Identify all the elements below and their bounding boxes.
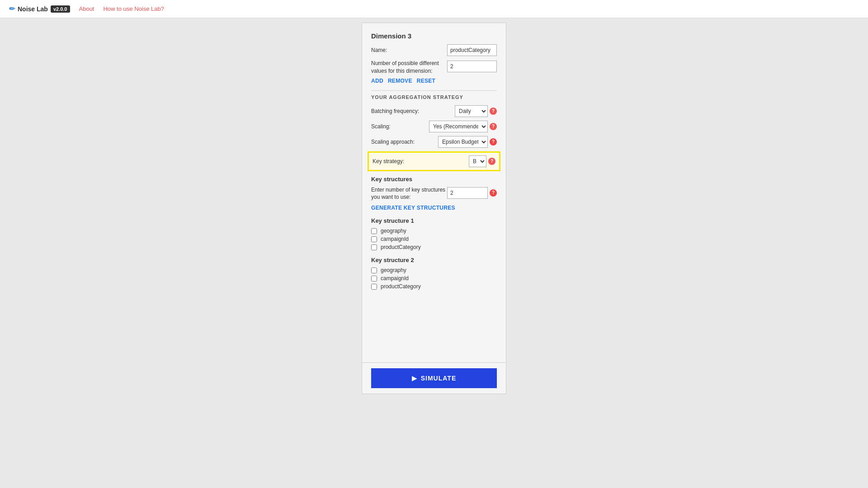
key-structure-1: Key structure 1 geography campaignId pro… — [371, 217, 497, 250]
scaling-approach-help-icon[interactable]: ? — [490, 138, 497, 145]
key-structures-title: Key structures — [371, 176, 497, 183]
ks2-geography-checkbox[interactable] — [371, 267, 377, 273]
num-values-field-row: Number of possible different values for … — [371, 60, 497, 75]
ks2-geography-label: geography — [381, 267, 406, 273]
ks1-productcategory-row: productCategory — [371, 244, 497, 250]
batching-select-wrapper: Daily Weekly Monthly ? — [455, 105, 497, 117]
key-strategy-help-icon[interactable]: ? — [488, 158, 495, 165]
dimension3-title: Dimension 3 — [371, 32, 497, 40]
dimension-actions: ADD REMOVE RESET — [371, 78, 497, 84]
ks1-geography-checkbox[interactable] — [371, 228, 377, 234]
batching-label: Batching frequency: — [371, 108, 455, 114]
ks2-geography-row: geography — [371, 267, 497, 273]
about-link[interactable]: About — [79, 5, 94, 12]
ks1-productcategory-checkbox[interactable] — [371, 244, 377, 250]
add-link[interactable]: ADD — [371, 78, 383, 84]
dimension3-section: Dimension 3 Name: Number of possible dif… — [362, 28, 506, 341]
logo: ✏ Noise Lab v2.0.0 — [9, 5, 70, 13]
scaling-field: Scaling: Yes (Recommended) No ? — [371, 121, 497, 132]
scaling-approach-select[interactable]: Epsilon Budget Split Other — [438, 136, 488, 148]
scaling-approach-select-wrapper: Epsilon Budget Split Other ? — [438, 136, 497, 148]
simulate-label: SIMULATE — [421, 375, 457, 382]
nav-links: About How to use Noise Lab? — [79, 5, 164, 12]
version-badge: v2.0.0 — [51, 5, 70, 13]
scaling-approach-label: Scaling approach: — [371, 139, 438, 145]
batching-select[interactable]: Daily Weekly Monthly — [455, 105, 488, 117]
key-structure-2-title: Key structure 2 — [371, 257, 497, 263]
simulate-bar: ▶ SIMULATE — [362, 362, 506, 394]
ks1-productcategory-label: productCategory — [381, 244, 421, 250]
batching-help-icon[interactable]: ? — [490, 108, 497, 115]
ks2-campaignid-label: campaignId — [381, 275, 409, 282]
reset-link[interactable]: RESET — [417, 78, 436, 84]
simulate-button[interactable]: ▶ SIMULATE — [371, 368, 497, 388]
key-structure-2: Key structure 2 geography campaignId pro… — [371, 257, 497, 290]
play-icon: ▶ — [412, 375, 417, 382]
scaling-approach-field: Scaling approach: Epsilon Budget Split O… — [371, 136, 497, 148]
divider — [371, 90, 497, 91]
ks2-campaignid-checkbox[interactable] — [371, 276, 377, 282]
num-structures-label: Enter number of key structures you want … — [371, 186, 447, 202]
batching-field: Batching frequency: Daily Weekly Monthly… — [371, 105, 497, 117]
name-field-row: Name: — [371, 44, 497, 56]
ks1-geography-label: geography — [381, 228, 406, 234]
num-structures-row: Enter number of key structures you want … — [371, 186, 497, 202]
ks2-productcategory-row: productCategory — [371, 283, 497, 290]
scaling-label: Scaling: — [371, 123, 429, 130]
num-structures-input[interactable] — [447, 187, 488, 199]
scaling-select-wrapper: Yes (Recommended) No ? — [429, 121, 497, 132]
key-strategy-select[interactable]: A B C — [469, 155, 486, 167]
config-panel: Dimension 3 Name: Number of possible dif… — [362, 23, 506, 394]
main-container: Dimension 3 Name: Number of possible dif… — [0, 18, 868, 488]
key-strategy-label: Key strategy: — [373, 158, 469, 164]
aggregation-title: YOUR AGGREGATION STRATEGY — [371, 94, 497, 100]
scroll-area[interactable]: Dimension 3 Name: Number of possible dif… — [362, 23, 506, 394]
key-strategy-select-wrapper: A B C ? — [469, 155, 495, 167]
key-strategy-row: Key strategy: A B C ? — [368, 151, 500, 171]
key-strategy-container: Key strategy: A B C ? 3. — [371, 151, 497, 171]
logo-text: Noise Lab — [18, 5, 48, 13]
num-values-label: Number of possible different values for … — [371, 60, 447, 75]
num-values-input[interactable] — [447, 61, 497, 72]
ks2-campaignid-row: campaignId — [371, 275, 497, 282]
ks1-campaignid-checkbox[interactable] — [371, 236, 377, 242]
pencil-icon: ✏ — [9, 5, 15, 13]
key-structures-section: Key structures Enter number of key struc… — [371, 176, 497, 290]
key-structure-1-title: Key structure 1 — [371, 217, 497, 224]
num-structures-help-icon[interactable]: ? — [490, 189, 497, 197]
ks1-campaignid-label: campaignId — [381, 236, 409, 242]
scaling-select[interactable]: Yes (Recommended) No — [429, 121, 488, 132]
generate-key-structures-link[interactable]: GENERATE KEY STRUCTURES — [371, 205, 497, 211]
how-to-link[interactable]: How to use Noise Lab? — [103, 5, 164, 12]
name-input[interactable] — [447, 44, 497, 56]
ks1-campaignid-row: campaignId — [371, 236, 497, 242]
scaling-help-icon[interactable]: ? — [490, 123, 497, 130]
ks2-productcategory-checkbox[interactable] — [371, 284, 377, 290]
name-label: Name: — [371, 47, 447, 53]
top-navigation: ✏ Noise Lab v2.0.0 About How to use Nois… — [0, 0, 868, 18]
remove-link[interactable]: REMOVE — [388, 78, 412, 84]
ks1-geography-row: geography — [371, 228, 497, 234]
ks2-productcategory-label: productCategory — [381, 283, 421, 290]
